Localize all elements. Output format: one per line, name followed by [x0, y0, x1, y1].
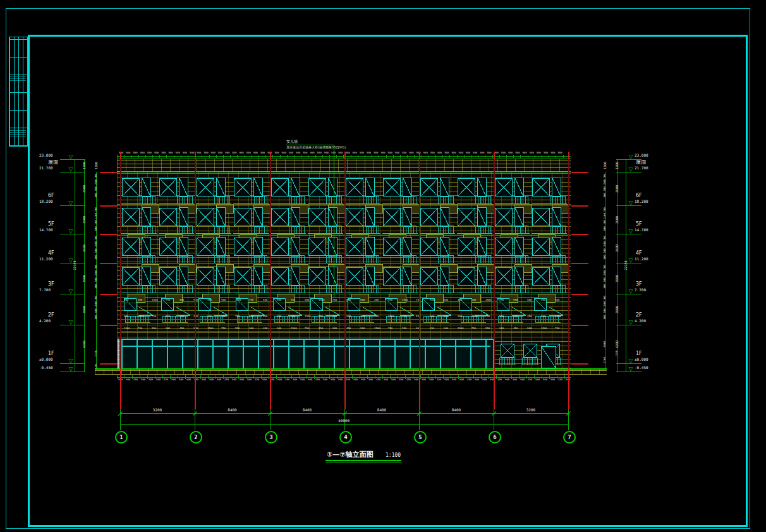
axis-grid-line-bright-top — [419, 152, 420, 159]
balcony-door — [216, 267, 226, 286]
window-module — [308, 178, 326, 196]
plinth-brick-band — [95, 370, 607, 375]
bottom-dim-text: 900 — [353, 378, 358, 381]
vdim-parapet: 1300 — [95, 162, 98, 169]
top-dim-text: 900 — [310, 152, 314, 154]
balcony-door — [179, 237, 188, 257]
span-dim-text: 8400 — [452, 408, 461, 412]
bottom-dim-tick — [162, 375, 163, 379]
balcony-door — [216, 207, 226, 227]
vdim-window: 800 — [604, 255, 606, 259]
top-dim-tick — [563, 155, 564, 158]
mid-dim-text: 1500 — [124, 327, 130, 330]
balcony-slab-line — [159, 293, 194, 293]
top-dim-text: 500 — [430, 152, 435, 154]
top-dim-tick — [315, 155, 316, 158]
vdim-story: 3500 — [83, 245, 86, 252]
balcony-door — [552, 207, 561, 227]
balcony-door — [403, 207, 412, 227]
top-dim-tick — [429, 155, 429, 158]
top-dim-tick — [216, 155, 217, 158]
bottom-dim-text: 900 — [179, 378, 183, 381]
bottom-dim-tick — [314, 375, 315, 379]
vdim-base: 2700 — [604, 357, 606, 363]
bottom-dim-tick — [542, 375, 542, 379]
mid-dim-text: 900 — [430, 315, 434, 318]
top-dim-text: 900 — [225, 152, 229, 154]
bottom-dim-tick — [155, 375, 155, 379]
balcony-door — [514, 267, 524, 286]
top-dim-text: 900 — [282, 152, 286, 154]
bottom-dim-tick — [367, 375, 368, 379]
floor-label-left: 1F — [48, 351, 54, 356]
bottom-dim-text: 900 — [444, 378, 449, 381]
top-dim-text: 900 — [508, 152, 513, 154]
bottom-dim-text: 900 — [209, 378, 214, 381]
top-dim-tick — [329, 155, 330, 158]
bottom-dim-text: 900 — [149, 378, 153, 381]
vdim-story: 3500 — [616, 274, 619, 282]
floor-label-left: 2F — [48, 313, 54, 318]
floor-elev-left: 7.700 — [39, 288, 51, 292]
mid-dim-text: 750 — [138, 327, 142, 330]
top-dim-text: 900 — [154, 152, 159, 154]
vdim-parapet: 1300 — [616, 162, 619, 169]
vdim-story: 3500 — [83, 184, 86, 192]
vdim-parapet: 1300 — [604, 162, 607, 169]
bottom-dim-tick — [496, 375, 497, 379]
vdim-window: 700 — [604, 265, 606, 269]
floor-elev-right: -0.450 — [635, 366, 648, 370]
axis-grid-line-bright-top — [344, 152, 346, 159]
balcony-slab-line — [345, 293, 380, 293]
balcony-door — [291, 267, 300, 286]
mid-dim-text: 750 — [152, 315, 156, 318]
parapet-band — [117, 159, 571, 172]
floor-elev-left: 4.200 — [39, 319, 51, 323]
balcony-slab-line — [532, 293, 567, 293]
mid-dim-text: 450 — [541, 299, 545, 301]
span-dim-text: 8400 — [377, 408, 386, 412]
balcony-door — [253, 267, 263, 286]
balcony-slab-line — [345, 233, 380, 234]
mid-dim-text: 1500 — [152, 299, 158, 301]
bottom-dim-text: 900 — [338, 378, 343, 381]
top-dim-text: 500 — [204, 152, 208, 154]
bottom-dim-text: 450 — [497, 378, 502, 381]
bottom-dim-text: 900 — [361, 378, 365, 381]
vdim-window: 500 — [95, 277, 97, 282]
axis-grid-line-bright-top — [195, 152, 196, 159]
top-dim-text: 900 — [480, 152, 484, 154]
vdim-window: 800 — [95, 284, 97, 288]
balcony-slab-line — [271, 233, 306, 234]
cad-sheet: 4509001500750550900450900150075055090045… — [0, 0, 766, 532]
bottom-dim-tick — [451, 375, 451, 379]
balcony-slab-line — [271, 263, 306, 263]
top-dim-text: 900 — [423, 152, 428, 154]
bottom-dim-text: 900 — [550, 378, 555, 381]
top-dim-text: 500 — [246, 152, 251, 154]
balcony-slab-line — [382, 293, 418, 293]
vdim-window: 700 — [95, 174, 97, 178]
bottom-dim-tick — [140, 375, 140, 379]
mid-dim-text: 900 — [277, 299, 281, 301]
bottom-dim-tick — [360, 375, 360, 379]
bottom-dim-tick — [382, 375, 383, 379]
bottom-dim-tick — [443, 375, 444, 379]
mid-dim-text: 750 — [471, 327, 476, 330]
window-module — [122, 267, 140, 286]
parapet-annotation-line1: 女儿墙 — [286, 140, 298, 143]
top-dim-text: 500 — [515, 152, 520, 154]
vdim-window: 1500 — [95, 301, 97, 308]
balcony-door — [328, 237, 337, 257]
mid-dim-text: 750 — [221, 327, 226, 330]
bottom-dim-tick — [253, 375, 254, 379]
balcony-slab-line — [494, 203, 530, 204]
balcony-door — [328, 267, 337, 286]
top-dim-tick — [294, 155, 295, 158]
mid-dim-text: 900 — [444, 327, 448, 330]
floor-label-right: 3F — [636, 282, 642, 287]
balcony-slab-line — [196, 233, 231, 234]
level-red-seg-left — [100, 263, 117, 264]
bottom-dim-tick — [117, 375, 118, 379]
axis-grid-line-dark — [195, 159, 196, 368]
